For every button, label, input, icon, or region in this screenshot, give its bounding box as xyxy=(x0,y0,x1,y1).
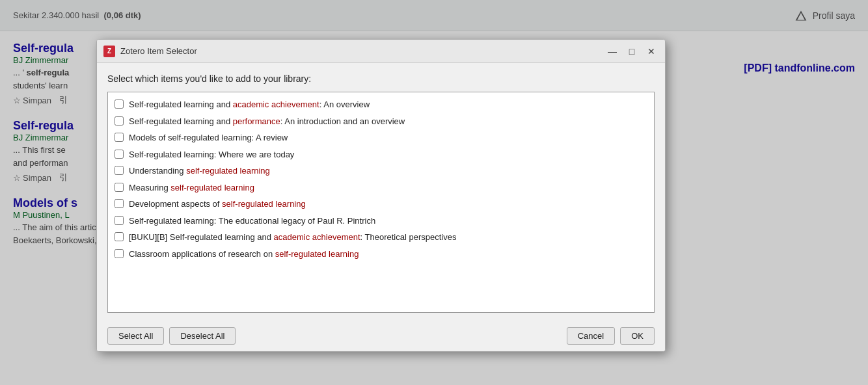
list-item[interactable]: Understanding self-regulated learning xyxy=(111,163,651,179)
list-item[interactable]: Classroom applications of research on se… xyxy=(111,246,651,263)
dialog-body: Select which items you'd like to add to … xyxy=(97,63,665,321)
list-item[interactable]: Development aspects of self-regulated le… xyxy=(111,196,651,213)
item-checkbox-10[interactable] xyxy=(115,249,124,258)
item-checkbox-2[interactable] xyxy=(115,116,124,126)
item-label-9: [BUKU][B] Self-regulated learning and ac… xyxy=(129,231,456,244)
item-label-4: Self-regulated learning: Where we are to… xyxy=(129,148,294,161)
list-item[interactable]: Measuring self-regulated learning xyxy=(111,179,651,196)
deselect-all-button[interactable]: Deselect All xyxy=(169,327,236,345)
titlebar-left: Z Zotero Item Selector xyxy=(103,46,197,57)
zotero-dialog: Z Zotero Item Selector — □ ✕ Select whic… xyxy=(96,39,666,352)
ok-button[interactable]: OK xyxy=(620,327,655,345)
item-checkbox-1[interactable] xyxy=(115,100,124,109)
close-button[interactable]: ✕ xyxy=(644,46,658,57)
item-checkbox-4[interactable] xyxy=(115,150,124,159)
footer-left: Select All Deselect All xyxy=(107,327,236,345)
footer-right: Cancel OK xyxy=(567,327,655,345)
item-checkbox-8[interactable] xyxy=(115,216,124,225)
select-all-button[interactable]: Select All xyxy=(107,327,164,345)
list-item[interactable]: Self-regulated learning and academic ach… xyxy=(111,96,651,113)
zotero-app-icon: Z xyxy=(103,46,115,57)
item-label-8: Self-regulated learning: The educational… xyxy=(129,215,375,228)
minimize-button[interactable]: — xyxy=(605,46,619,57)
list-item[interactable]: Self-regulated learning: The educational… xyxy=(111,213,651,230)
list-item[interactable]: Models of self-regulated learning: A rev… xyxy=(111,129,651,146)
list-item[interactable]: Self-regulated learning and performance:… xyxy=(111,113,651,130)
item-label-2: Self-regulated learning and performance:… xyxy=(129,115,405,128)
item-checkbox-6[interactable] xyxy=(115,183,124,192)
dialog-title: Zotero Item Selector xyxy=(120,46,197,56)
item-label-1: Self-regulated learning and academic ach… xyxy=(129,98,370,111)
item-checkbox-7[interactable] xyxy=(115,199,124,208)
list-item[interactable]: Self-regulated learning: Where we are to… xyxy=(111,146,651,163)
item-checkbox-9[interactable] xyxy=(115,232,124,241)
item-label-6: Measuring self-regulated learning xyxy=(129,181,254,194)
cancel-button[interactable]: Cancel xyxy=(567,327,615,345)
dialog-instruction: Select which items you'd like to add to … xyxy=(107,73,655,84)
item-label-10: Classroom applications of research on se… xyxy=(129,248,359,261)
item-label-3: Models of self-regulated learning: A rev… xyxy=(129,131,288,144)
dialog-footer: Select All Deselect All Cancel OK xyxy=(97,321,665,351)
maximize-button[interactable]: □ xyxy=(625,46,639,57)
list-item[interactable]: [BUKU][B] Self-regulated learning and ac… xyxy=(111,229,651,246)
item-checkbox-3[interactable] xyxy=(115,133,124,142)
item-label-7: Development aspects of self-regulated le… xyxy=(129,198,306,211)
items-list[interactable]: Self-regulated learning and academic ach… xyxy=(107,92,655,313)
item-label-5: Understanding self-regulated learning xyxy=(129,165,270,178)
window-controls: — □ ✕ xyxy=(605,46,658,57)
item-checkbox-5[interactable] xyxy=(115,166,124,175)
dialog-titlebar: Z Zotero Item Selector — □ ✕ xyxy=(97,40,665,63)
